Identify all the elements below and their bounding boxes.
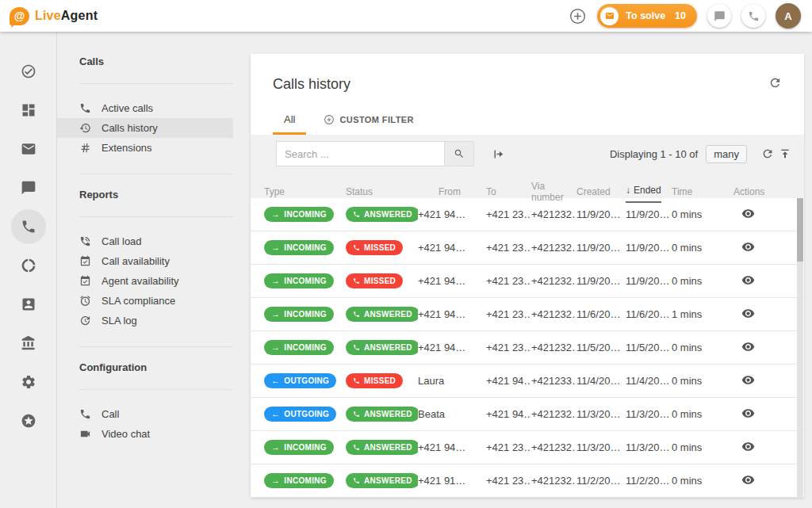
sidebar-item-extensions[interactable]: Extensions: [57, 138, 233, 158]
table-row[interactable]: ←OUTGOINGMISSEDLaura+421 94…+421233…11/4…: [251, 365, 804, 398]
cell-to: +421 94…: [486, 408, 531, 420]
table-row[interactable]: →INCOMINGANSWERED+421 94…+421 23…+421232…: [251, 198, 804, 231]
column-header-to[interactable]: To: [486, 173, 531, 203]
eye-icon: [741, 273, 755, 287]
cell-from: +421 94…: [418, 275, 486, 287]
rail-item-chat[interactable]: [11, 170, 46, 205]
cell-type: ←OUTGOING: [264, 407, 346, 422]
eye-icon: [741, 440, 755, 453]
phone-icon: [353, 244, 360, 251]
rail-item-bank[interactable]: [11, 326, 46, 361]
phone-button[interactable]: [741, 4, 765, 28]
sidebar-item-call[interactable]: Call: [57, 404, 233, 424]
search-input[interactable]: [276, 141, 444, 166]
rail-item-settings[interactable]: [11, 365, 46, 399]
table-row[interactable]: →INCOMINGANSWERED+421 94…+421 23…+421232…: [251, 298, 804, 331]
cell-created: 11/9/20…: [576, 208, 626, 220]
table-row[interactable]: →INCOMINGANSWERED+421 91…+421 23…+421232…: [251, 464, 804, 498]
refresh-list-icon[interactable]: [761, 147, 774, 160]
view-call-button[interactable]: [741, 240, 755, 256]
phone-icon: [748, 10, 760, 22]
view-call-button[interactable]: [741, 273, 755, 289]
cell-created: 11/3/20…: [576, 408, 626, 420]
cell-type: →INCOMING: [264, 473, 346, 488]
sidebar-item-agent-availability[interactable]: Agent availability: [57, 271, 233, 291]
rail-item-phone[interactable]: [11, 209, 46, 244]
calls-history-card: Calls history AllCUSTOM FILTER Displayin…: [251, 54, 804, 498]
eye-icon: [741, 240, 755, 254]
sidebar-item-active-calls[interactable]: Active calls: [57, 98, 233, 118]
scroll-top-icon[interactable]: [779, 147, 791, 160]
column-header-time[interactable]: Time: [672, 173, 733, 203]
refresh-icon[interactable]: [768, 76, 782, 90]
rail-item-star-circle[interactable]: [11, 403, 46, 438]
cell-time: 0 mins: [672, 441, 733, 453]
cell-via: +421232…: [531, 408, 576, 420]
sidebar-item-call-load[interactable]: Call load: [57, 231, 233, 251]
column-header-via[interactable]: Via number: [531, 173, 576, 203]
many-button[interactable]: many: [706, 145, 747, 163]
view-call-button[interactable]: [741, 473, 755, 489]
to-solve-button[interactable]: To solve 10: [597, 4, 697, 28]
table-scrollbar[interactable]: [797, 198, 803, 497]
tab-all[interactable]: All: [273, 106, 306, 135]
cell-actions: [733, 340, 804, 356]
rail-item-dashboard[interactable]: [11, 93, 46, 128]
table-row[interactable]: →INCOMINGANSWERED+421 94…+421 23…+421232…: [251, 431, 804, 464]
tab-custom-filter[interactable]: CUSTOM FILTER: [312, 106, 424, 135]
mail-icon: [21, 141, 36, 157]
search-button[interactable]: [444, 141, 474, 166]
column-header-actions[interactable]: Actions: [733, 173, 804, 203]
envelope-icon: [600, 7, 619, 25]
divider: [79, 216, 233, 217]
badge-label: ANSWERED: [364, 210, 412, 219]
phone-icon: [353, 411, 360, 418]
table-body: →INCOMINGANSWERED+421 94…+421 23…+421232…: [251, 198, 804, 498]
table-row[interactable]: →INCOMINGMISSED+421 94…+421 23…+421232…1…: [251, 231, 804, 265]
brand-logo[interactable]: @ LiveAgent: [10, 7, 98, 25]
sidebar-item-calls-history[interactable]: Calls history: [57, 118, 233, 138]
sidebar-item-label: Extensions: [102, 142, 152, 154]
donut-icon: [21, 258, 36, 273]
arrow-left-icon: ←: [271, 376, 280, 385]
avatar[interactable]: A: [776, 3, 801, 29]
sidebar-item-video-chat[interactable]: Video chat: [57, 424, 233, 444]
column-header-created[interactable]: Created: [576, 173, 626, 203]
dashboard-icon: [21, 102, 36, 118]
phone-icon: [353, 477, 360, 484]
divider: [79, 83, 233, 84]
sidebar-item-label: Call availability: [102, 255, 170, 267]
column-header-ended[interactable]: ↓Ended: [626, 173, 672, 203]
cell-type: →INCOMING: [264, 440, 346, 455]
cell-type: →INCOMING: [264, 240, 346, 255]
rail-item-check-circle[interactable]: [11, 54, 46, 89]
column-header-type[interactable]: Type: [264, 173, 346, 203]
view-call-button[interactable]: [741, 307, 755, 323]
rail-item-contacts[interactable]: [11, 287, 46, 322]
table-row[interactable]: →INCOMINGMISSED+421 94…+421 23…+421232…1…: [251, 265, 804, 298]
rail-item-donut[interactable]: [11, 248, 46, 283]
table-row[interactable]: →INCOMINGANSWERED+421 94…+421 23…+421232…: [251, 331, 804, 365]
sidebar-item-sla-compliance[interactable]: SLA compliance: [57, 291, 233, 311]
forward-filter-icon[interactable]: [492, 147, 505, 161]
view-call-button[interactable]: [741, 207, 755, 223]
table-row[interactable]: ←OUTGOINGANSWEREDBeata+421 94…+421232…11…: [251, 398, 804, 431]
column-header-status[interactable]: Status: [346, 173, 418, 203]
chat-icon: [714, 10, 726, 22]
view-call-button[interactable]: [741, 440, 755, 456]
chat-button[interactable]: [707, 4, 731, 28]
cell-actions: [733, 440, 804, 456]
rail-item-mail[interactable]: [11, 132, 46, 166]
view-call-button[interactable]: [741, 373, 755, 389]
add-icon[interactable]: [569, 7, 587, 25]
column-header-from[interactable]: From: [418, 173, 486, 203]
view-call-button[interactable]: [741, 340, 755, 356]
scrollbar-thumb[interactable]: [797, 198, 803, 262]
cell-created: 11/9/20…: [576, 275, 626, 287]
eye-icon: [741, 407, 755, 420]
sidebar-item-sla-log[interactable]: SLA log: [57, 311, 233, 330]
sidebar-item-call-availability[interactable]: Call availability: [57, 251, 233, 271]
cell-status: MISSED: [346, 273, 418, 288]
type-badge: →INCOMING: [264, 340, 334, 355]
view-call-button[interactable]: [741, 407, 755, 422]
